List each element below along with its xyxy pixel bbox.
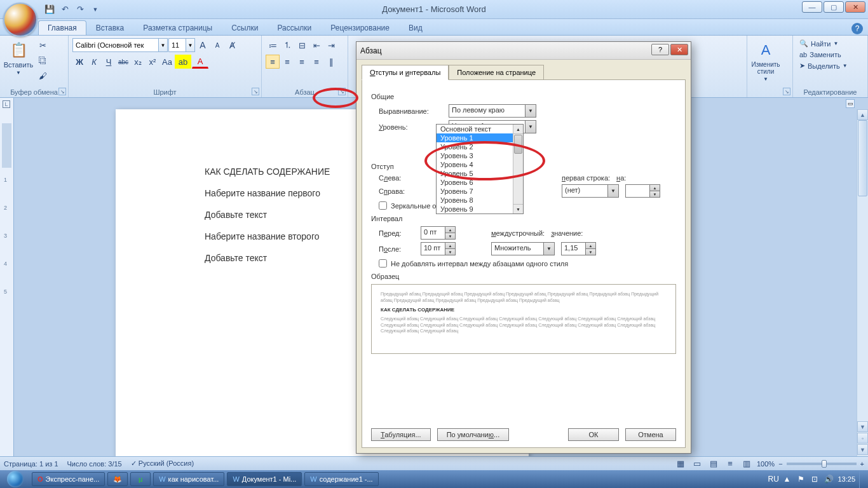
font-color-button[interactable]: A — [192, 55, 208, 69]
dialog-tab-position[interactable]: Положение на странице — [449, 65, 544, 80]
level-option[interactable]: Уровень 1 — [437, 133, 523, 142]
spacing-value-spinner[interactable]: 1,15 ▲▼ — [561, 242, 596, 255]
strike-button[interactable]: abc — [116, 55, 130, 69]
indent-inc-icon[interactable]: ⇥ — [324, 38, 338, 52]
cancel-button[interactable]: Отмена — [625, 428, 676, 441]
ruler-toggle[interactable]: ▭ — [846, 99, 855, 108]
before-spinner[interactable]: 0 пт ▲▼ — [421, 226, 456, 240]
paragraph-dialog-launcher[interactable]: ↘ — [338, 88, 346, 95]
tab-review[interactable]: Рецензирование — [321, 20, 399, 35]
copy-icon[interactable]: ⿻ — [36, 53, 50, 67]
status-page[interactable]: Страница: 1 из 1 — [4, 460, 58, 468]
highlight-color-button[interactable]: ab — [175, 55, 191, 69]
tray-show-desktop[interactable] — [859, 470, 865, 488]
vertical-ruler[interactable]: L 1 2 3 4 5 — [0, 98, 14, 458]
vertical-scrollbar[interactable]: ▲ ▼ ◦ ▼ — [857, 109, 868, 458]
spin-down-icon[interactable]: ▼ — [649, 191, 660, 197]
font-size-combo[interactable]: 11▼ — [168, 38, 195, 52]
prev-page-icon[interactable]: ◦ — [857, 433, 868, 444]
tray-clock[interactable]: 13:25 — [837, 475, 855, 483]
align-center-button[interactable]: ≡ — [280, 55, 294, 69]
zoom-out-button[interactable]: − — [778, 460, 782, 468]
level-option[interactable]: Уровень 8 — [437, 196, 523, 205]
ok-button[interactable]: ОК — [568, 428, 619, 441]
spin-down-icon[interactable]: ▼ — [445, 249, 455, 255]
task-opera[interactable]: OЭкспресс-пане... — [32, 472, 105, 486]
help-button[interactable]: ? — [851, 23, 863, 34]
qat-undo-icon[interactable]: ↶ — [58, 3, 71, 16]
after-spinner[interactable]: 10 пт ▲▼ — [421, 242, 456, 255]
tray-show-hidden-icon[interactable]: ▲ — [782, 475, 792, 484]
qat-dropdown-icon[interactable]: ▼ — [89, 3, 102, 16]
maximize-button[interactable]: ▢ — [824, 1, 844, 13]
first-line-value-spinner[interactable]: ▲▼ — [625, 184, 660, 198]
default-button[interactable]: По умолчанию... — [437, 428, 510, 441]
status-words[interactable]: Число слов: 3/15 — [67, 460, 122, 468]
clear-format-icon[interactable]: Ⱥ — [225, 38, 239, 52]
spin-up-icon[interactable]: ▲ — [445, 243, 455, 249]
qat-redo-icon[interactable]: ↷ — [74, 3, 86, 16]
level-option[interactable]: Уровень 6 — [437, 178, 523, 187]
change-styles-button[interactable]: A Изменить стили ▼ — [751, 38, 780, 85]
task-word-2[interactable]: WДокумент1 - Mi... — [227, 472, 302, 486]
tab-insert[interactable]: Вставка — [86, 20, 134, 35]
office-button[interactable] — [3, 3, 37, 37]
chevron-down-icon[interactable]: ▼ — [525, 121, 536, 133]
task-firefox[interactable]: 🦊 — [107, 472, 128, 486]
dialog-close-button[interactable]: ✕ — [670, 44, 688, 55]
dropdown-scroll-thumb[interactable] — [514, 135, 522, 154]
scroll-down-icon[interactable]: ▼ — [857, 421, 868, 432]
scroll-up-icon[interactable]: ▲ — [857, 109, 868, 120]
line-spacing-button[interactable]: ‖ — [324, 55, 338, 69]
replace-button[interactable]: abЗаменить — [797, 50, 844, 60]
align-right-button[interactable]: ≡ — [295, 55, 309, 69]
find-button[interactable]: 🔍Найти ▼ — [797, 38, 841, 49]
minimize-button[interactable]: — — [802, 1, 822, 13]
dialog-help-button[interactable]: ? — [651, 44, 669, 55]
multilevel-icon[interactable]: ⊟ — [295, 38, 309, 52]
no-add-checkbox[interactable] — [379, 259, 387, 268]
next-page-icon[interactable]: ▼ — [857, 444, 868, 455]
subscript-button[interactable]: x₂ — [131, 55, 145, 69]
chevron-down-icon[interactable]: ▼ — [607, 185, 618, 197]
bold-button[interactable]: Ж — [72, 55, 86, 69]
tab-mailings[interactable]: Рассылки — [268, 20, 321, 35]
chevron-down-icon[interactable]: ▼ — [525, 105, 536, 117]
first-line-combo[interactable]: (нет) ▼ — [562, 184, 619, 198]
zoom-in-button[interactable]: + — [860, 460, 864, 468]
tab-references[interactable]: Ссылки — [222, 20, 268, 35]
view-outline-icon[interactable]: ≡ — [724, 459, 736, 469]
tray-volume-icon[interactable]: 🔊 — [824, 475, 834, 484]
view-print-icon[interactable]: ▦ — [674, 459, 687, 469]
italic-button[interactable]: К — [87, 55, 101, 69]
view-read-icon[interactable]: ▭ — [691, 459, 703, 469]
styles-dialog-launcher[interactable]: ↘ — [783, 88, 790, 95]
level-option[interactable]: Уровень 9 — [437, 205, 523, 214]
scroll-thumb[interactable] — [858, 120, 867, 196]
spin-down-icon[interactable]: ▼ — [445, 233, 455, 239]
view-web-icon[interactable]: ▤ — [707, 459, 720, 469]
spin-up-icon[interactable]: ▲ — [649, 185, 660, 191]
paste-button[interactable]: 📋 Вставить ▼ — [4, 38, 33, 78]
superscript-button[interactable]: x² — [146, 55, 159, 69]
spin-up-icon[interactable]: ▲ — [445, 227, 455, 233]
zoom-percent[interactable]: 100% — [757, 460, 775, 468]
change-case-button[interactable]: Aa — [160, 55, 174, 69]
clipboard-dialog-launcher[interactable]: ↘ — [58, 88, 66, 95]
grow-font-icon[interactable]: A — [196, 38, 210, 52]
zoom-thumb[interactable] — [822, 460, 827, 468]
tabs-button[interactable]: Табуляция... — [371, 428, 431, 441]
level-option[interactable]: Уровень 4 — [437, 160, 523, 169]
select-button[interactable]: ➤Выделить ▼ — [797, 60, 850, 71]
task-word-3[interactable]: Wсодержание1 -... — [304, 472, 378, 486]
tab-home[interactable]: Главная — [38, 20, 86, 35]
tab-pagelayout[interactable]: Разметка страницы — [133, 20, 222, 35]
view-draft-icon[interactable]: ▥ — [740, 459, 753, 469]
shrink-font-icon[interactable]: A — [210, 38, 224, 52]
align-left-button[interactable]: ≡ — [266, 55, 280, 69]
tray-network-icon[interactable]: ⊡ — [810, 475, 820, 484]
indent-dec-icon[interactable]: ⇤ — [309, 38, 323, 52]
dialog-tab-indents[interactable]: Отступы и интервалы — [362, 65, 449, 80]
font-family-combo[interactable]: Calibri (Основной тек▼ — [72, 38, 168, 52]
font-dialog-launcher[interactable]: ↘ — [252, 88, 259, 95]
